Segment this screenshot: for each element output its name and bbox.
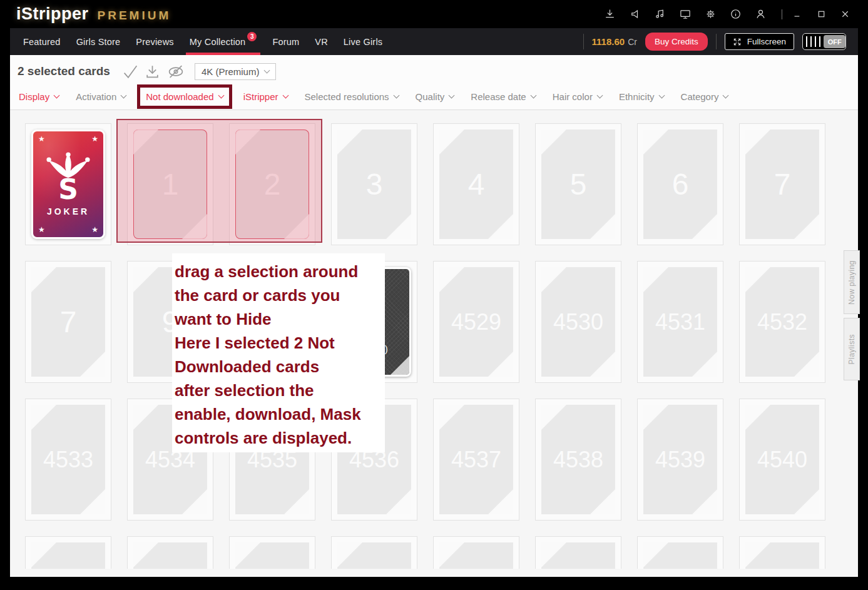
card-tile[interactable]: 5 <box>535 123 621 245</box>
card-placeholder: 4533 <box>31 405 105 514</box>
nav-item-label: Live Girls <box>344 37 382 47</box>
nav-item-forum[interactable]: Forum <box>272 28 299 55</box>
star-icon: ★ <box>91 225 98 234</box>
download-icon[interactable] <box>604 8 616 20</box>
corner-fold <box>541 130 566 155</box>
notification-badge: 3 <box>247 32 257 41</box>
card-placeholder: 7 <box>745 130 819 239</box>
card-number: 7 <box>774 170 791 200</box>
main-nav: FeaturedGirls StorePreviewsMy Collection… <box>10 28 858 55</box>
card-tile[interactable]: 4531 <box>637 261 723 383</box>
card-number: 4531 <box>655 311 705 333</box>
card-tile[interactable]: 3 <box>331 123 417 245</box>
nav-item-girls-store[interactable]: Girls Store <box>76 28 121 55</box>
card-tile[interactable]: 4529 <box>433 261 519 383</box>
corner-fold <box>745 130 770 155</box>
nav-item-vr[interactable]: VR <box>315 28 328 55</box>
card-tile[interactable]: 4530 <box>535 261 621 383</box>
corner-fold <box>590 214 615 239</box>
corner-fold <box>590 352 615 377</box>
nav-items: FeaturedGirls StorePreviewsMy Collection… <box>23 28 398 55</box>
maximize-icon[interactable] <box>816 9 827 19</box>
minimize-icon[interactable] <box>792 9 803 19</box>
nav-item-previews[interactable]: Previews <box>136 28 173 55</box>
tutorial-note-line: controls are displayed. <box>175 426 385 450</box>
side-tab-now-playing[interactable]: Now playing <box>844 250 860 314</box>
music-icon[interactable] <box>654 8 666 20</box>
star-icon: ★ <box>38 135 45 143</box>
card-placeholder <box>133 542 207 569</box>
tutorial-note-line: enable, download, Mask <box>175 402 385 426</box>
nav-item-live-girls[interactable]: Live Girls <box>344 28 382 55</box>
card-tile[interactable] <box>433 536 519 569</box>
card-number: 4540 <box>757 449 807 471</box>
credits-balance: 1118.60 Cr <box>592 36 637 47</box>
toggle-off-label: OFF <box>824 35 845 48</box>
corner-fold <box>590 489 615 514</box>
corner-fold <box>745 267 770 292</box>
card-placeholder: 5 <box>541 130 615 239</box>
tutorial-note-line: after selection the <box>175 379 385 402</box>
settings-icon[interactable] <box>705 8 717 20</box>
card-tile[interactable]: 7 <box>25 261 111 383</box>
card-number: 4530 <box>553 311 603 333</box>
tutorial-note-line: want to Hide <box>175 307 385 331</box>
account-icon[interactable] <box>755 8 767 20</box>
close-icon[interactable] <box>840 9 850 19</box>
joker-logo: S <box>58 176 78 203</box>
nav-item-featured[interactable]: Featured <box>23 28 61 55</box>
titlebar-icons <box>604 0 855 28</box>
card-placeholder <box>541 542 615 569</box>
card-tile[interactable]: 4537 <box>433 399 519 521</box>
card-tile[interactable]: 4539 <box>637 399 723 521</box>
corner-fold <box>692 214 717 239</box>
brand-tier-premium: PREMIUM <box>98 9 171 23</box>
side-tab-playlists[interactable]: Playlists <box>844 318 860 380</box>
joker-label: JOKER <box>47 206 89 216</box>
corner-fold <box>337 542 362 567</box>
card-tile[interactable] <box>127 536 213 569</box>
tutorial-note-line: Downloaded cards <box>175 355 385 379</box>
card-number: 4537 <box>451 449 501 471</box>
card-tile[interactable]: 4 <box>433 123 519 245</box>
corner-fold <box>439 267 464 292</box>
card-tile[interactable] <box>535 536 621 569</box>
card-tile[interactable]: 6 <box>637 123 723 245</box>
card-placeholder <box>643 542 717 569</box>
card-number: 5 <box>570 170 587 200</box>
card-tile[interactable] <box>739 536 825 569</box>
buy-credits-button[interactable]: Buy Credits <box>645 33 708 51</box>
card-number: 4539 <box>655 449 705 471</box>
card-tile[interactable]: ★★★★ SJOKER <box>25 123 111 245</box>
corner-fold <box>643 405 668 430</box>
card-tile[interactable] <box>637 536 723 569</box>
card-tile[interactable]: 4540 <box>739 399 825 521</box>
card-tile[interactable] <box>331 536 417 569</box>
display-icon[interactable] <box>679 8 692 20</box>
corner-fold <box>235 542 260 567</box>
tutorial-note: drag a selection aroundthe card or cards… <box>172 253 385 452</box>
card-tile[interactable]: 7 <box>739 123 825 245</box>
card-number: 3 <box>366 170 383 200</box>
card-placeholder: 6 <box>643 130 717 239</box>
card-tile[interactable] <box>25 536 111 569</box>
power-toggle[interactable]: OFF <box>802 33 846 50</box>
card-number: 4 <box>468 170 485 200</box>
nav-item-label: Featured <box>23 37 61 47</box>
card-tile[interactable] <box>229 536 315 569</box>
volume-icon[interactable] <box>629 8 641 20</box>
corner-fold <box>439 405 464 430</box>
corner-fold <box>692 352 717 377</box>
corner-fold <box>133 405 158 430</box>
fullscreen-icon <box>733 38 742 46</box>
card-tile[interactable]: 4533 <box>25 399 111 521</box>
nav-item-my-collection[interactable]: My Collection3 <box>190 28 257 55</box>
fullscreen-button[interactable]: Fullscreen <box>725 33 794 50</box>
info-icon[interactable] <box>730 8 742 20</box>
toggle-bars-icon <box>806 36 822 47</box>
corner-fold <box>692 489 717 514</box>
card-tile[interactable]: 4532 <box>739 261 825 383</box>
fullscreen-label: Fullscreen <box>747 37 786 46</box>
card-placeholder: 4 <box>439 130 513 239</box>
card-tile[interactable]: 4538 <box>535 399 621 521</box>
